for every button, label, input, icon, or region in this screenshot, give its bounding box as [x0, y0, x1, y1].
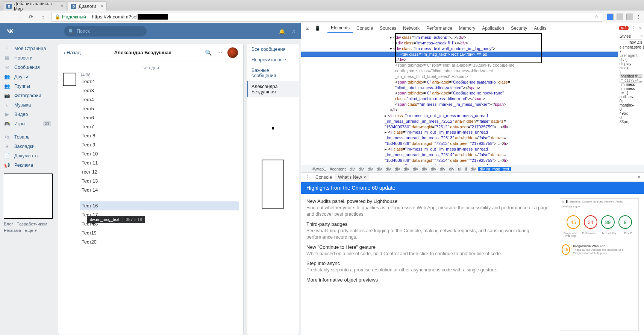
- devtools-tab-console[interactable]: Console: [353, 23, 376, 33]
- search-icon[interactable]: 🔍: [205, 49, 212, 56]
- devtools-tab-memory[interactable]: Memory: [456, 23, 479, 33]
- sidebar-item-photo[interactable]: 📷Фотографии: [4, 91, 54, 100]
- devtools-tab-performance[interactable]: Performance: [423, 23, 456, 33]
- crumb[interactable]: div: [366, 167, 375, 171]
- crumb[interactable]: div: [384, 167, 393, 171]
- browser-tab-1[interactable]: B Добавить запись ‹ Мир ×: [3, 2, 67, 11]
- style-val[interactable]: 49px: [620, 111, 642, 116]
- extension-icon[interactable]: [626, 14, 633, 20]
- avatar[interactable]: [227, 47, 238, 58]
- message-text[interactable]: Тест19: [80, 228, 239, 238]
- message-text[interactable]: Тест 14: [80, 186, 239, 195]
- forward-button[interactable]: →: [15, 13, 23, 21]
- dom-node[interactable]: _im_mess_unread _im_mess_72512" aria-hid…: [301, 119, 618, 124]
- devtools-tab-security[interactable]: Security: [508, 23, 530, 33]
- dom-node[interactable]: "1504006786" data-msgid="72513" data-pee…: [301, 141, 618, 146]
- dom-node[interactable]: "blind_label im-mess--blind-selected"></…: [301, 85, 618, 91]
- sidebar-item-groups[interactable]: 👥Группы: [4, 81, 54, 91]
- close-icon[interactable]: ×: [60, 4, 64, 9]
- menu-icon[interactable]: ⋮: [636, 14, 641, 20]
- footer-link[interactable]: Разработчикам: [17, 222, 47, 226]
- devtools-tab-network[interactable]: Network: [400, 23, 423, 33]
- filter-item[interactable]: Важные сообщения: [247, 65, 299, 81]
- close-icon[interactable]: ×: [364, 175, 366, 180]
- message-text[interactable]: Тест 11: [80, 158, 239, 168]
- close-icon[interactable]: ×: [639, 26, 642, 31]
- sidebar-item-news[interactable]: ▦Новости: [4, 53, 54, 62]
- filter-item[interactable]: Все сообщения: [247, 44, 299, 55]
- footer-link[interactable]: Ещё ▾: [24, 228, 37, 233]
- sidebar-item-music[interactable]: ♫Музыка: [4, 100, 54, 110]
- message-text[interactable]: Тест20: [80, 238, 239, 247]
- footer-link[interactable]: Реклама: [4, 228, 21, 233]
- message-text[interactable]: Тест4: [80, 95, 239, 104]
- crumb[interactable]: div: [357, 167, 366, 171]
- home-button[interactable]: ⌂: [39, 13, 47, 21]
- sidebar-item-video[interactable]: ▶Видео: [4, 110, 54, 119]
- crumb[interactable]: #wrap1: [311, 167, 328, 171]
- style-val[interactable]: block;: [620, 66, 642, 70]
- music-icon[interactable]: ♫: [292, 29, 295, 34]
- dom-node[interactable]: </li>: [301, 107, 618, 113]
- dom-node[interactable]: <span tabindex="0" role="link" aria-labe…: [301, 62, 618, 68]
- avatar[interactable]: [63, 73, 76, 86]
- crumb[interactable]: div: [429, 167, 438, 171]
- style-val[interactable]: 0;: [620, 99, 642, 103]
- dom-node[interactable]: ▸ <li class="im-mess im_out _im_mess im-…: [301, 113, 618, 119]
- message-text[interactable]: Тест6: [80, 113, 239, 122]
- message-text[interactable]: Тест 16: [80, 201, 239, 210]
- drawer-tab-whatsnew[interactable]: What's New ×: [335, 173, 369, 182]
- crumb[interactable]: li: [463, 167, 469, 171]
- chat-title[interactable]: Александра Бездушная: [81, 50, 205, 55]
- message-text[interactable]: Тест 13: [80, 177, 239, 186]
- device-toggle-icon[interactable]: 📱: [312, 26, 323, 31]
- message-text[interactable]: Тест3: [80, 86, 239, 95]
- devtools-tab-sources[interactable]: Sources: [376, 23, 400, 33]
- devtools-tab-application[interactable]: Application: [479, 23, 508, 33]
- crumb[interactable]: #content: [328, 167, 347, 171]
- style-prop[interactable]: display:: [620, 62, 642, 66]
- crumb[interactable]: div: [438, 167, 447, 171]
- message-text[interactable]: Тест 9: [80, 140, 239, 149]
- sidebar-item-bookmark[interactable]: ★Закладки: [4, 142, 54, 151]
- dom-node[interactable]: сообщение" class="blind_label im-mess--b…: [301, 68, 618, 74]
- dom-node[interactable]: _im_mess_blind_label_select"></span>: [301, 74, 618, 79]
- style-prop[interactable]: outline:▸: [620, 95, 642, 99]
- dom-node[interactable]: <span tabindex="0" aria-label="Сообщение…: [301, 90, 618, 96]
- dom-node[interactable]: ▸ <li class="im-mess im_out _im_mess im-…: [301, 129, 618, 135]
- messages-list[interactable]: сегодня 14:38 Тест2Тест3Тест4Тест5Тест6Т…: [58, 61, 243, 335]
- crumb[interactable]: div: [447, 167, 456, 171]
- more-icon[interactable]: »: [640, 34, 642, 38]
- dom-node[interactable]: <span tabindex="0" aria-label="Сообщение…: [301, 79, 618, 85]
- message-text[interactable]: Тест5: [80, 104, 239, 113]
- crumb[interactable]: ...: [303, 167, 311, 171]
- star-icon[interactable]: ☆: [594, 14, 599, 20]
- sidebar-item-msg[interactable]: ✉Сообщения: [4, 62, 54, 72]
- sidebar-item-docs[interactable]: 📄Документы: [4, 151, 54, 160]
- dom-node[interactable]: <span class="im-mess--marker _im_mess_ma…: [301, 102, 618, 107]
- extension-icon[interactable]: [607, 14, 614, 20]
- dom-node[interactable]: _im_mess_unread _im_mess_72514" aria-hid…: [301, 152, 618, 158]
- crumb[interactable]: div.im_msg_text: [478, 167, 511, 171]
- url-input[interactable]: 🔒 Надежный | https://vk.com/im?sel ☆: [51, 12, 602, 22]
- dom-node[interactable]: ▸ <li class="im-mess im_out _im_mess im-…: [301, 146, 618, 152]
- devtools-tab-elements[interactable]: Elements: [327, 23, 353, 33]
- reload-button[interactable]: ⟳: [27, 13, 35, 21]
- style-val[interactable]: 0: [620, 107, 642, 111]
- dom-node[interactable]: ▸ <li class="im-mess im_out _im_mess im-…: [301, 163, 618, 165]
- search-input[interactable]: 🔍 Поиск: [64, 26, 147, 37]
- dom-node[interactable]: "1504006788" data-msgid="72514" data-pee…: [301, 158, 618, 163]
- crumb[interactable]: div: [402, 167, 411, 171]
- sidebar-item-games[interactable]: 🎮Игры31: [4, 119, 54, 128]
- message-text[interactable]: Тест7: [80, 122, 239, 131]
- devtools-tab-audits[interactable]: Audits: [530, 23, 550, 33]
- crumb[interactable]: div: [375, 167, 384, 171]
- message-text[interactable]: тест 12: [80, 168, 239, 177]
- styles-tab[interactable]: Styles: [620, 34, 631, 38]
- sidebar-item-market[interactable]: 🛍Товары: [4, 132, 54, 142]
- crumb[interactable]: div: [469, 167, 478, 171]
- menu-icon[interactable]: ⋮: [303, 175, 312, 180]
- message-text[interactable]: Тест 10: [80, 149, 239, 158]
- styles-pane[interactable]: Styles» :hov .cls element.style { } user…: [618, 33, 644, 165]
- sidebar-item-home[interactable]: ⌂Моя Страница: [4, 44, 54, 53]
